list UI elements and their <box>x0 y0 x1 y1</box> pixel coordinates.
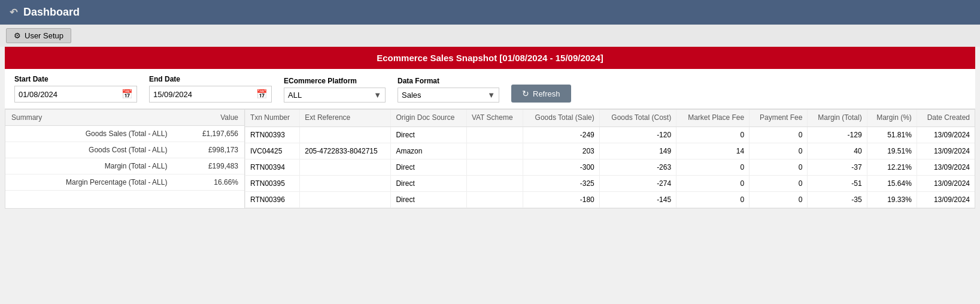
table-row: IVC04425205-4722833-8042715Amazon2031491… <box>245 143 975 159</box>
table-cell <box>300 159 391 175</box>
end-date-label: End Date <box>149 75 272 83</box>
table-cell: 0 <box>750 127 808 143</box>
refresh-label: Refresh <box>533 89 560 98</box>
table-cell <box>466 191 523 207</box>
start-date-input-wrap: 📅 <box>14 86 137 103</box>
table-cell: -263 <box>599 159 676 175</box>
data-col-header: Goods Total (Cost) <box>599 110 676 127</box>
table-cell: 51.81% <box>867 127 917 143</box>
table-cell: 13/09/2024 <box>917 127 975 143</box>
table-cell: 40 <box>808 143 867 159</box>
table-cell <box>466 143 523 159</box>
table-cell <box>300 191 391 207</box>
summary-row: Margin (Total - ALL) £199,483 <box>5 158 244 174</box>
table-cell <box>300 175 391 191</box>
table-row: RTN00394Direct-300-26300-3712.21%13/09/2… <box>245 159 975 175</box>
table-cell: RTN00393 <box>245 127 300 143</box>
table-cell: -129 <box>808 127 867 143</box>
snapshot-title: Ecommerce Sales Snapshot [01/08/2024 - 1… <box>377 53 603 63</box>
table-cell: Direct <box>391 127 466 143</box>
dashboard-title: Dashboard <box>23 6 80 19</box>
back-icon[interactable]: ↶ <box>10 7 17 18</box>
end-date-input[interactable] <box>153 90 254 99</box>
table-cell: 13/09/2024 <box>917 191 975 207</box>
platform-select[interactable]: ALL Amazon eBay Shopify <box>288 91 381 100</box>
table-cell: RTN00394 <box>245 159 300 175</box>
table-cell: 19.33% <box>867 191 917 207</box>
summary-row-value: £199,483 <box>173 158 244 174</box>
table-cell: 203 <box>523 143 600 159</box>
main-content: Summary Value Goods Sales (Total - ALL) … <box>5 109 975 209</box>
start-date-calendar-icon[interactable]: 📅 <box>122 89 133 100</box>
table-cell: 0 <box>676 127 750 143</box>
data-col-header: Ext Reference <box>300 110 391 127</box>
user-setup-button[interactable]: ⚙ User Setup <box>6 28 71 43</box>
table-cell: 15.64% <box>867 175 917 191</box>
table-cell: 13/09/2024 <box>917 143 975 159</box>
gear-icon: ⚙ <box>14 31 21 40</box>
summary-row-value: 16.66% <box>173 174 244 191</box>
data-col-header: VAT Scheme <box>466 110 523 127</box>
platform-group: ECommerce Platform ALL Amazon eBay Shopi… <box>284 77 386 103</box>
summary-row: Goods Sales (Total - ALL) £1,197,656 <box>5 126 244 142</box>
refresh-button[interactable]: ↻ Refresh <box>511 85 571 103</box>
data-format-label: Data Format <box>398 77 499 85</box>
summary-col2-header: Value <box>173 110 244 126</box>
table-cell: 0 <box>676 159 750 175</box>
table-cell: Direct <box>391 191 466 207</box>
table-cell: 205-4722833-8042715 <box>300 143 391 159</box>
summary-row-value: £998,173 <box>173 142 244 158</box>
table-row: RTN00393Direct-249-12000-12951.81%13/09/… <box>245 127 975 143</box>
data-format-group: Data Format Sales Cost Margin ▼ <box>398 77 499 103</box>
data-col-header: Txn Number <box>245 110 300 127</box>
table-cell: 0 <box>750 143 808 159</box>
data-col-header: Date Created <box>917 110 975 127</box>
end-date-input-wrap: 📅 <box>149 86 272 103</box>
table-cell: 12.21% <box>867 159 917 175</box>
table-cell: 0 <box>750 159 808 175</box>
table-cell: 13/09/2024 <box>917 159 975 175</box>
table-cell: Direct <box>391 175 466 191</box>
table-cell: RTN00395 <box>245 175 300 191</box>
table-cell: -274 <box>599 175 676 191</box>
table-cell: -300 <box>523 159 600 175</box>
data-format-select-wrap: Sales Cost Margin ▼ <box>398 88 499 103</box>
table-cell: IVC04425 <box>245 143 300 159</box>
start-date-group: Start Date 📅 <box>14 75 137 103</box>
user-setup-label: User Setup <box>25 31 63 40</box>
start-date-input[interactable] <box>19 90 119 99</box>
platform-label: ECommerce Platform <box>284 77 386 85</box>
table-cell: 149 <box>599 143 676 159</box>
table-cell: -35 <box>808 191 867 207</box>
summary-row-label: Goods Cost (Total - ALL) <box>5 142 173 158</box>
data-col-header: Goods Total (Sale) <box>523 110 600 127</box>
table-cell: RTN00396 <box>245 191 300 207</box>
table-cell <box>466 175 523 191</box>
table-cell: 0 <box>750 175 808 191</box>
table-cell <box>466 159 523 175</box>
summary-row-label: Goods Sales (Total - ALL) <box>5 126 173 142</box>
end-date-group: End Date 📅 <box>149 75 272 103</box>
summary-table: Summary Value Goods Sales (Total - ALL) … <box>5 110 245 208</box>
table-cell: Direct <box>391 159 466 175</box>
summary-row: Goods Cost (Total - ALL) £998,173 <box>5 142 244 158</box>
table-cell <box>300 127 391 143</box>
data-col-header: Margin (Total) <box>808 110 867 127</box>
data-col-header: Origin Doc Source <box>391 110 466 127</box>
table-cell: -145 <box>599 191 676 207</box>
end-date-calendar-icon[interactable]: 📅 <box>256 89 268 100</box>
data-format-select[interactable]: Sales Cost Margin <box>402 91 495 100</box>
table-cell: -325 <box>523 175 600 191</box>
table-cell: -120 <box>599 127 676 143</box>
table-cell: 0 <box>676 191 750 207</box>
summary-row: Margin Percentage (Total - ALL) 16.66% <box>5 174 244 191</box>
data-table: Txn NumberExt ReferenceOrigin Doc Source… <box>245 110 975 208</box>
table-cell: Amazon <box>391 143 466 159</box>
refresh-icon: ↻ <box>522 89 529 98</box>
data-col-header: Payment Fee <box>750 110 808 127</box>
table-cell: -180 <box>523 191 600 207</box>
snapshot-header: Ecommerce Sales Snapshot [01/08/2024 - 1… <box>5 47 975 69</box>
data-col-header: Market Place Fee <box>676 110 750 127</box>
data-col-header: Margin (%) <box>867 110 917 127</box>
summary-row-label: Margin Percentage (Total - ALL) <box>5 174 173 191</box>
